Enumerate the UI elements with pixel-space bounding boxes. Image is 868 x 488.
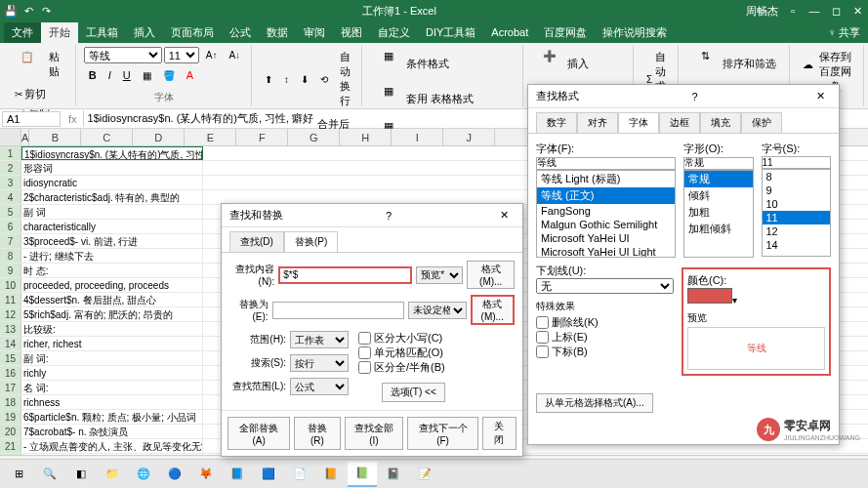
cell[interactable]: 形容词	[21, 161, 203, 175]
excel-taskbar-button[interactable]: 📗	[348, 462, 377, 487]
row-header[interactable]: 17	[0, 381, 21, 394]
close-icon[interactable]: ✕	[850, 4, 864, 18]
tab-layout[interactable]: 页面布局	[163, 22, 222, 43]
row-header[interactable]: 22	[0, 454, 21, 455]
font-listbox[interactable]: 等线 Light (标题)等线 (正文)FangSongMalgun Gothi…	[536, 170, 676, 258]
font-size-input[interactable]	[762, 156, 832, 169]
share-button[interactable]: ♀ 共享	[820, 22, 868, 43]
word-button[interactable]: 📄	[285, 462, 314, 487]
cell[interactable]: richness	[21, 395, 203, 409]
cell[interactable]: 5$rich$adj. 富有的; 肥沃的; 昂贵的	[21, 307, 203, 321]
color-picker[interactable]	[687, 288, 732, 304]
options-button[interactable]: 选项(T) <<	[382, 383, 445, 402]
fmt-tab-align[interactable]: 对齐	[577, 112, 618, 133]
align-bottom-button[interactable]: ⬇	[296, 47, 313, 111]
tab-toolbox[interactable]: 工具箱	[78, 22, 126, 43]
cell[interactable]: 3$proceed$- vi. 前进, 行进	[21, 234, 203, 248]
search-button[interactable]: 🔍	[35, 462, 64, 487]
font-style-input[interactable]	[683, 157, 754, 170]
start-button[interactable]: ⊞	[4, 462, 33, 487]
format-dialog-close-icon[interactable]: ✕	[810, 90, 831, 102]
cell[interactable]: - 立场观点善变的人, 主张、政见等变化无常的人	[21, 439, 203, 453]
align-middle-button[interactable]: ↕	[279, 47, 294, 111]
col-header-j[interactable]: J	[443, 129, 495, 145]
find-preview-select[interactable]: 预览*	[416, 266, 463, 284]
firefox-button[interactable]: 🦊	[191, 462, 221, 487]
sort-filter-button[interactable]: ⇅排序和筛选	[686, 47, 781, 80]
fmt-tab-fill[interactable]: 填充	[700, 112, 741, 133]
find-all-button[interactable]: 查找全部(I)	[345, 417, 404, 450]
replace-all-button[interactable]: 全部替换(A)	[227, 417, 290, 450]
undo-icon[interactable]: ↶	[21, 4, 35, 18]
row-header[interactable]: 11	[0, 293, 21, 306]
col-header-a[interactable]: A	[21, 129, 29, 145]
underline-select[interactable]: 无	[536, 278, 674, 294]
row-header[interactable]: 6	[0, 220, 21, 233]
style-listbox[interactable]: 常规倾斜加粗加粗倾斜	[683, 170, 754, 258]
tab-file[interactable]: 文件	[4, 22, 41, 43]
cell[interactable]: richly	[21, 366, 203, 380]
chrome-button[interactable]: 🔵	[160, 462, 189, 487]
paste-button[interactable]: 📋粘贴	[10, 47, 69, 82]
row-header[interactable]: 14	[0, 337, 21, 350]
align-top-button[interactable]: ⬆	[260, 47, 277, 111]
name-box[interactable]	[2, 111, 61, 127]
cell[interactable]: 6$particle$n. 颗粒; 质点; 极小量; 小品词	[21, 410, 203, 424]
font-color-button[interactable]: A	[182, 66, 198, 84]
cell[interactable]: 7$acrobat$- n. 杂技演员	[21, 425, 203, 438]
cell[interactable]: 副 词	[21, 205, 203, 219]
minimize-icon[interactable]: —	[807, 4, 821, 18]
within-select[interactable]: 工作表	[290, 331, 349, 348]
select-all-corner[interactable]	[0, 129, 21, 145]
lookin-select[interactable]: 公式	[290, 378, 349, 395]
fx-icon[interactable]: fx	[62, 113, 83, 125]
row-header[interactable]: 4	[0, 190, 21, 204]
tab-tellme[interactable]: 操作说明搜索	[595, 22, 675, 43]
find-next-button[interactable]: 查找下一个(F)	[407, 417, 477, 450]
row-header[interactable]: 7	[0, 234, 21, 248]
vscode-button[interactable]: 📘	[223, 462, 252, 487]
tab-insert[interactable]: 插入	[126, 22, 163, 43]
row-header[interactable]: 9	[0, 264, 21, 277]
replace-format-button[interactable]: 格式(M)...	[471, 295, 516, 325]
col-header-h[interactable]: H	[340, 129, 392, 145]
underline-button[interactable]: U	[118, 66, 136, 84]
tab-review[interactable]: 审阅	[296, 22, 333, 43]
replace-tab[interactable]: 替换(P)	[284, 231, 338, 252]
find-format-button[interactable]: 格式(M)...	[467, 261, 515, 289]
tab-formulas[interactable]: 公式	[222, 22, 259, 43]
row-header[interactable]: 20	[0, 425, 21, 438]
fmt-tab-number[interactable]: 数字	[536, 112, 577, 133]
cell[interactable]: - 进行; 继续下去	[21, 249, 203, 263]
cell[interactable]: 形容词:	[21, 454, 203, 455]
row-header[interactable]: 5	[0, 205, 21, 219]
fill-color-button[interactable]: 🪣	[158, 66, 180, 84]
match-width-checkbox[interactable]	[358, 361, 371, 374]
fmt-tab-font[interactable]: 字体	[618, 112, 659, 133]
orientation-button[interactable]: ⟲	[315, 47, 333, 111]
col-header-e[interactable]: E	[185, 129, 236, 145]
taskview-button[interactable]: ◧	[66, 462, 96, 487]
col-header-c[interactable]: C	[81, 129, 133, 145]
find-dialog-close-icon[interactable]: ✕	[494, 209, 515, 222]
tab-custom[interactable]: 自定义	[370, 22, 418, 43]
fmt-tab-border[interactable]: 边框	[659, 112, 700, 133]
cell[interactable]: 副 词:	[21, 351, 203, 365]
ppt-button[interactable]: 📙	[316, 462, 346, 487]
size-listbox[interactable]: 8910111214	[762, 169, 832, 257]
edge-button[interactable]: 🌐	[129, 462, 158, 487]
replace-noformat-select[interactable]: 未设定格式	[408, 302, 467, 319]
search-select[interactable]: 按行	[290, 354, 349, 372]
cell[interactable]: richer, richest	[21, 337, 203, 350]
wrap-text-button[interactable]: 自动换行	[335, 47, 355, 111]
cut-button[interactable]: ✂ 剪切	[10, 84, 63, 104]
row-header[interactable]: 2	[0, 161, 21, 175]
cell[interactable]: 时 态:	[21, 264, 203, 277]
decrease-font-button[interactable]: A↓	[224, 47, 245, 63]
row-header[interactable]: 18	[0, 395, 21, 409]
row-header[interactable]: 21	[0, 439, 21, 453]
tab-data[interactable]: 数据	[259, 22, 296, 43]
row-header[interactable]: 1	[0, 146, 21, 160]
border-button[interactable]: ▦	[138, 66, 156, 84]
cell[interactable]: 2$characteristic$adj. 特有的, 典型的	[21, 190, 203, 204]
